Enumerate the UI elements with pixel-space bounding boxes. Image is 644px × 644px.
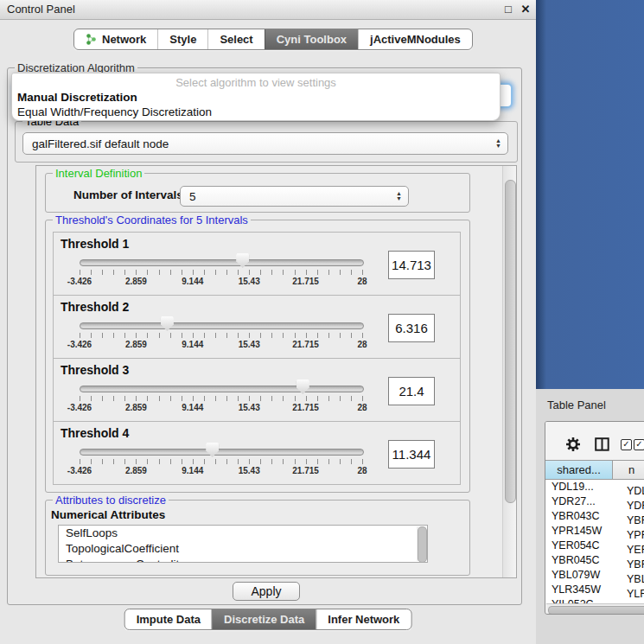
attributes-scrollbar-thumb[interactable] bbox=[418, 526, 427, 563]
numerical-attributes-label: Numerical Attributes bbox=[51, 508, 165, 521]
cell-shared-name: YBR043C bbox=[545, 509, 617, 524]
cell-shared-name: YDR27... bbox=[545, 494, 617, 509]
table-header-row: shared... n bbox=[545, 460, 644, 480]
numerical-attributes-list: SelfLoopsTopologicalCoefficientBetweenne… bbox=[58, 525, 428, 563]
table-horizontal-scrollbar-thumb[interactable] bbox=[548, 606, 644, 615]
table-row[interactable]: YPR145WYPR1 bbox=[545, 524, 644, 539]
tick-label: -3.426 bbox=[60, 466, 99, 475]
table-row[interactable]: YIL052CYIL0 bbox=[545, 597, 644, 603]
tick-label: 9.144 bbox=[173, 466, 213, 475]
split-view-icon[interactable] bbox=[595, 437, 609, 455]
table-horizontal-scrollbar[interactable] bbox=[546, 603, 644, 614]
tick-label: -3.426 bbox=[60, 403, 99, 412]
tick-label: -3.426 bbox=[60, 340, 99, 349]
table-row[interactable]: YBR045CYBR0 bbox=[545, 553, 644, 568]
close-icon[interactable]: ✕ bbox=[519, 3, 532, 16]
table-row[interactable]: YBL079WYBL0 bbox=[545, 568, 644, 583]
threshold-value-field[interactable]: 14.713 bbox=[388, 251, 435, 279]
threshold-panel-2: Threshold 2-3.4262.8599.14415.4321.71528… bbox=[53, 295, 461, 359]
network-icon bbox=[86, 33, 97, 46]
check-glyph: ✓ bbox=[622, 439, 629, 449]
panel-scrollbar-thumb[interactable] bbox=[505, 180, 516, 503]
tab-label: jActiveMNodules bbox=[370, 33, 461, 46]
slider-track[interactable] bbox=[80, 386, 364, 392]
tab-jactivemnodules[interactable]: jActiveMNodules bbox=[358, 29, 472, 49]
tab-network[interactable]: Network bbox=[74, 29, 157, 49]
interval-definition-title: Interval Definition bbox=[53, 167, 144, 180]
control-panel-titlebar: Control Panel □ ✕ bbox=[0, 0, 536, 20]
float-icon[interactable]: □ bbox=[501, 3, 515, 16]
table-data-group: Table Data galFiltered.sif default node … bbox=[15, 121, 518, 163]
tab-label: Cyni Toolbox bbox=[277, 33, 347, 46]
panel-scrollbar[interactable] bbox=[502, 166, 516, 577]
attribute-item-topologicalcoefficient[interactable]: TopologicalCoefficient bbox=[59, 541, 427, 557]
table-panel-box: ✓ ✓ shared... n YDL19...YDL1YDR27...YDR2… bbox=[545, 421, 644, 615]
threshold-label: Threshold 1 bbox=[61, 237, 129, 251]
threshold-panel-3: Threshold 3-3.4262.8599.14415.4321.71528… bbox=[53, 358, 461, 422]
threshold-value-field[interactable]: 11.344 bbox=[388, 440, 435, 469]
slider-ticks bbox=[80, 333, 363, 338]
bottom-tab-label: Impute Data bbox=[137, 613, 201, 626]
table-panel-toolbar: ✓ ✓ bbox=[545, 422, 644, 460]
bottom-tab-label: Infer Network bbox=[328, 613, 399, 626]
tick-label: 21.715 bbox=[286, 403, 326, 412]
threshold-value-field[interactable]: 6.316 bbox=[388, 314, 435, 342]
control-panel: Control Panel □ ✕ NetworkStyleSelectCyni… bbox=[0, 0, 536, 644]
slider-track[interactable] bbox=[80, 259, 364, 266]
threshold-coordinates-group: Threshold's Coordinates for 5 Intervals … bbox=[45, 220, 470, 493]
control-panel-title: Control Panel bbox=[7, 3, 75, 16]
tick-label: 2.859 bbox=[116, 466, 156, 475]
gear-icon[interactable] bbox=[565, 437, 581, 456]
attribute-item-betweennesscentrality[interactable]: BetweennessCentrality bbox=[59, 557, 427, 563]
apply-button[interactable]: Apply bbox=[233, 582, 300, 601]
tab-label: Network bbox=[102, 33, 146, 46]
slider-track[interactable] bbox=[80, 449, 364, 456]
tick-label: -3.426 bbox=[60, 277, 99, 286]
table-row[interactable]: YER054CYER0 bbox=[545, 539, 644, 553]
discretization-algorithm-group: Discretization Algorithm Select algorith… bbox=[7, 67, 522, 605]
table-rows: YDL19...YDL1YDR27...YDR2YBR043CYBR0YPR14… bbox=[545, 480, 644, 603]
checkbox-icon[interactable]: ✓ bbox=[634, 439, 644, 450]
table-row[interactable]: YLR345WYLR3 bbox=[545, 583, 644, 597]
number-of-intervals-select[interactable]: 5 ▲▼ bbox=[180, 186, 409, 207]
slider-track[interactable] bbox=[80, 322, 364, 329]
tick-label: 2.859 bbox=[116, 340, 156, 349]
column-header-name[interactable]: n bbox=[613, 460, 644, 480]
tick-label: 21.715 bbox=[286, 277, 326, 286]
table-data-select[interactable]: galFiltered.sif default node ▲▼ bbox=[22, 132, 508, 155]
tab-select[interactable]: Select bbox=[207, 29, 264, 49]
column-header-shared-name[interactable]: shared... bbox=[545, 460, 613, 480]
threshold-value-field[interactable]: 21.4 bbox=[388, 377, 435, 405]
slider-ticks bbox=[80, 396, 363, 401]
table-row[interactable]: YDL19...YDL1 bbox=[545, 480, 644, 494]
cell-shared-name: YDL19... bbox=[545, 480, 617, 494]
threshold-panel-1: Threshold 1-3.4262.8599.14415.4321.71528… bbox=[53, 232, 461, 296]
number-of-intervals-value: 5 bbox=[189, 190, 196, 203]
control-panel-tabs: NetworkStyleSelectCyni ToolboxjActiveMNo… bbox=[73, 29, 473, 50]
tick-label: 28 bbox=[342, 277, 382, 286]
attributes-scrollbar[interactable] bbox=[417, 526, 426, 561]
table-panel-title: Table Panel bbox=[547, 399, 606, 411]
dropdown-option-manual-discretization[interactable]: Manual Discretization bbox=[12, 90, 500, 105]
stepper-icon: ▲▼ bbox=[396, 191, 402, 201]
bottom-tab-impute-data[interactable]: Impute Data bbox=[125, 609, 212, 629]
tick-label: 28 bbox=[342, 340, 382, 349]
threshold-label: Threshold 4 bbox=[61, 426, 129, 440]
tick-label: 2.859 bbox=[116, 403, 156, 412]
table-row[interactable]: YDR27...YDR2 bbox=[545, 494, 644, 509]
table-row[interactable]: YBR043CYBR0 bbox=[545, 509, 644, 524]
bottom-tab-infer-network[interactable]: Infer Network bbox=[316, 609, 411, 629]
slider-ticks bbox=[80, 459, 363, 464]
tick-label: 9.144 bbox=[173, 277, 213, 286]
tab-style[interactable]: Style bbox=[157, 29, 207, 49]
table-data-value: galFiltered.sif default node bbox=[32, 137, 169, 150]
tick-label: 21.715 bbox=[286, 466, 326, 475]
bottom-tab-discretize-data[interactable]: Discretize Data bbox=[212, 609, 316, 629]
tab-cyni-toolbox[interactable]: Cyni Toolbox bbox=[265, 29, 358, 49]
cell-shared-name: YPR145W bbox=[545, 524, 617, 539]
dropdown-option-equal-width-frequency[interactable]: Equal Width/Frequency Discretization bbox=[12, 105, 500, 119]
checkbox-icon[interactable]: ✓ bbox=[621, 439, 632, 450]
attribute-item-selfloops[interactable]: SelfLoops bbox=[59, 526, 427, 541]
tick-label: 2.859 bbox=[116, 277, 156, 286]
tick-label: 15.43 bbox=[229, 277, 269, 286]
